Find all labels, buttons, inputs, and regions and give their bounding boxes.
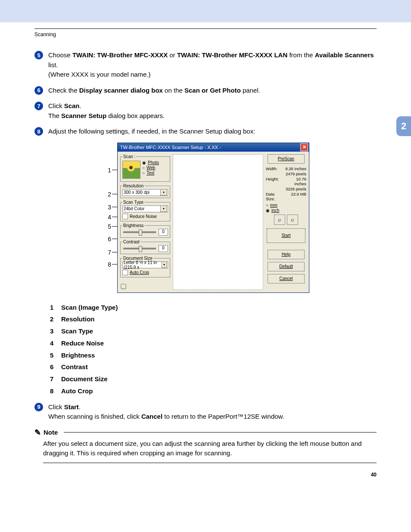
dialog-title: TW-Brother MFC-XXXX Scanner Setup - X.XX…: [120, 145, 221, 150]
top-banner: [0, 0, 411, 22]
preview-area[interactable]: [173, 154, 263, 290]
chevron-down-icon: ▾: [162, 261, 167, 268]
contrast-value[interactable]: 0: [159, 245, 168, 252]
step-number: 6: [34, 86, 43, 95]
contrast-fieldset: Contrast 0: [120, 240, 170, 254]
reduce-noise-checkbox[interactable]: Reduce Noise: [122, 214, 168, 219]
page-icon: ▢: [120, 282, 170, 290]
resolution-dropdown[interactable]: 300 x 300 dpi▾: [122, 189, 168, 196]
prescan-button[interactable]: PreScan: [268, 154, 305, 164]
chevron-down-icon: ▾: [160, 189, 167, 196]
step-9: 9 Click Start. When scanning is finished…: [34, 402, 377, 422]
callout-numbers: 1 2 3 4 5 6 7 8: [102, 143, 115, 293]
zoom-out-icon[interactable]: ⌕: [287, 215, 298, 225]
scan-fieldset: Scan : ◉ Photo ○ Web ○ Text: [120, 154, 170, 182]
step-body: Click Scan. The Scanner Setup dialog box…: [48, 101, 377, 121]
chapter-tab: 2: [396, 116, 411, 136]
chevron-down-icon: ▾: [160, 205, 167, 212]
section-header: Scanning: [34, 31, 377, 37]
contrast-slider[interactable]: [123, 248, 156, 249]
step-number: 8: [34, 127, 43, 136]
note-block: ✎ Note After you select a document size,…: [34, 428, 377, 463]
dialog-titlebar: TW-Brother MFC-XXXX Scanner Setup - X.XX…: [118, 143, 309, 152]
note-icon: ✎: [34, 428, 41, 437]
note-heading: Note: [44, 429, 58, 436]
sunflower-thumbnail: [122, 161, 140, 179]
radio-text[interactable]: ○ Text: [142, 171, 168, 175]
start-button[interactable]: Start: [267, 228, 305, 243]
scantype-dropdown[interactable]: 24bit Color▾: [122, 205, 168, 212]
brightness-fieldset: Brightness 0: [120, 223, 170, 238]
cancel-button[interactable]: Cancel: [268, 274, 305, 283]
step-6: 6 Check the Display scanner dialog box o…: [34, 86, 377, 96]
default-button[interactable]: Default: [268, 262, 305, 271]
step-body: Check the Display scanner dialog box on …: [48, 86, 377, 96]
scantype-fieldset: Scan Type 24bit Color▾ Reduce Noise: [120, 200, 170, 221]
step-number: 5: [34, 51, 43, 59]
step-5: 5 Choose TWAIN: TW-Brother MFC-XXXX or T…: [34, 50, 377, 80]
step-7: 7 Click Scan. The Scanner Setup dialog b…: [34, 101, 377, 121]
unit-mm[interactable]: ○ mm: [266, 203, 306, 208]
step-number: 7: [34, 102, 43, 110]
step-8: 8 Adjust the following settings, if need…: [34, 127, 377, 137]
callout-legend: 1Scan (Image Type) 2Resolution 3Scan Typ…: [50, 302, 377, 397]
resolution-fieldset: Resolution 300 x 300 dpi▾: [120, 184, 170, 198]
brightness-slider[interactable]: [123, 231, 156, 233]
step-body: Click Start. When scanning is finished, …: [48, 402, 377, 422]
note-rule: [64, 432, 377, 432]
autocrop-checkbox[interactable]: Auto Crop: [122, 270, 168, 275]
page-number: 40: [34, 472, 377, 478]
unit-inch[interactable]: ◉ inch: [266, 208, 306, 213]
dialog-figure: 1 2 3 4 5 6 7 8 TW-Brother MFC-XXXX Scan…: [34, 143, 377, 293]
step-number: 9: [34, 403, 43, 411]
step-body: Choose TWAIN: TW-Brother MFC-XXXX or TWA…: [48, 50, 377, 80]
radio-photo[interactable]: ◉ Photo: [142, 160, 168, 165]
close-icon[interactable]: ✕: [300, 143, 308, 151]
note-body: After you select a document size, you ca…: [43, 439, 377, 463]
docsize-dropdown[interactable]: Letter 8 ½ x 11 in (215.9 x ▾: [122, 261, 168, 268]
help-button[interactable]: Help: [268, 250, 305, 259]
scanner-setup-dialog: TW-Brother MFC-XXXX Scanner Setup - X.XX…: [117, 143, 309, 293]
brightness-value[interactable]: 0: [159, 229, 168, 236]
zoom-in-icon[interactable]: ⌕: [274, 215, 285, 225]
top-rule: [34, 28, 377, 29]
docsize-fieldset: Document Size Letter 8 ½ x 11 in (215.9 …: [120, 256, 170, 277]
step-body: Adjust the following settings, if needed…: [48, 127, 377, 137]
radio-web[interactable]: ○ Web: [142, 165, 168, 170]
